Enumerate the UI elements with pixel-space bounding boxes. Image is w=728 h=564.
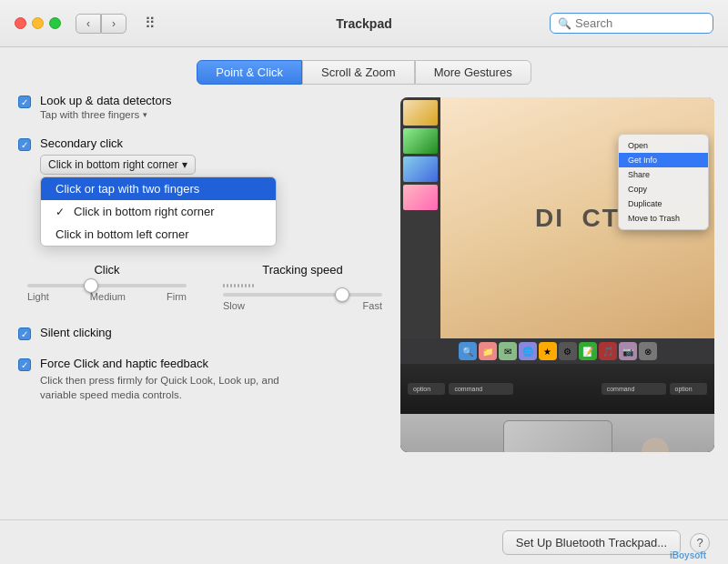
maximize-button[interactable] [49,17,61,29]
key-command-left: command [449,383,513,395]
force-click-labels: Force Click and haptic feedback Click th… [40,357,313,402]
screen-fruit: DI CT Open Get Info Share Copy Duplicate… [440,97,714,338]
chevron-down-icon: ▾ [143,110,147,119]
ctx-item-6: Move to Trash [619,211,708,226]
dock-icon-4: 🌐 [519,342,537,360]
secondary-click-section: ✓ Secondary click Click in bottom right … [18,136,382,247]
dock-icon-6: ⚙ [559,342,577,360]
force-click-label: Force Click and haptic feedback [40,357,313,370]
traffic-lights [15,17,61,29]
search-box[interactable]: 🔍 [550,13,713,34]
watermark: iBoysoft [670,550,706,560]
key-option-left: option [408,383,445,395]
laptop-image: DI CT Open Get Info Share Copy Duplicate… [400,97,714,452]
thumbnail-3 [403,156,438,182]
finger-hint [642,438,669,452]
left-panel: ✓ Look up & data detectors Tap with thre… [18,94,400,519]
screen-sidebar [400,97,440,338]
force-click-setting: ✓ Force Click and haptic feedback Click … [18,357,382,402]
search-icon: 🔍 [558,17,571,30]
lookup-sublabel: Tap with three fingers ▾ [40,109,172,120]
keyboard-area: option command command option [400,364,714,414]
ctx-item-1: Open [619,138,708,153]
dock-icon-3: ✉ [499,342,517,360]
nav-buttons: ‹ › [76,14,126,34]
footer: Set Up Bluetooth Trackpad... ? [0,519,728,564]
slider-dot [238,284,239,287]
ctx-item-4: Copy [619,182,708,196]
dock-icon-7: 📝 [579,342,597,360]
click-slider-thumb[interactable] [84,278,98,293]
slider-dot [230,284,232,287]
grid-button[interactable]: ⠿ [137,14,163,34]
tab-point-click[interactable]: Point & Click [197,60,302,85]
secondary-header: ✓ Secondary click [18,136,382,151]
force-click-checkbox[interactable]: ✓ [18,358,31,371]
dock-icon-5: ★ [539,342,557,360]
silent-clicking-label: Silent clicking [40,326,112,339]
screen-area: DI CT Open Get Info Share Copy Duplicate… [400,97,714,338]
back-button[interactable]: ‹ [76,14,101,34]
secondary-label: Secondary click [40,136,123,150]
ctx-item-3: Share [619,167,708,182]
bottom-settings: ✓ Silent clicking ✓ Force Click and hapt… [18,326,382,402]
dropdown-chevron-icon: ▾ [182,158,187,171]
dock-icon-8: 🎵 [599,342,617,360]
dropdown-item-bottom-right[interactable]: Click in bottom right corner [41,200,276,223]
search-input[interactable] [575,16,705,30]
titlebar: ‹ › ⠿ Trackpad 🔍 [0,0,728,47]
tab-scroll-zoom[interactable]: Scroll & Zoom [302,60,415,85]
minimize-button[interactable] [32,17,44,29]
context-menu: Open Get Info Share Copy Duplicate Move … [618,134,709,230]
dock-icon-10: ⊗ [639,342,657,360]
slider-dot [245,284,247,287]
lookup-setting: ✓ Look up & data detectors Tap with thre… [18,94,382,120]
tracking-slider-group: Tracking speed Slow Fast [223,263,382,311]
forward-button[interactable]: › [101,14,126,34]
force-click-sublabel: Click then press firmly for Quick Look, … [40,373,313,402]
click-slider-labels: Light Medium Firm [27,291,187,302]
secondary-dropdown-menu: Click or tap with two fingers Click in b… [40,176,277,247]
thumbnail-1 [403,100,438,126]
thumbnail-2 [403,128,438,154]
secondary-checkbox[interactable]: ✓ [18,138,31,151]
dock-icon-9: 📷 [619,342,637,360]
dropdown-item-bottom-left[interactable]: Click in bottom left corner [41,223,276,246]
thumbnail-4 [403,185,438,210]
silent-clicking-setting: ✓ Silent clicking [18,326,382,340]
ctx-item-2: Get Info [619,153,708,167]
screen-main: DI CT Open Get Info Share Copy Duplicate… [440,97,714,338]
sliders-section: Click Light Medium Firm Tracking speed [18,263,382,311]
tracking-slider-track[interactable] [223,293,382,297]
tracking-slider-thumb[interactable] [335,287,349,302]
key-option-right: option [670,383,707,395]
lookup-label: Look up & data detectors [40,94,172,107]
dock-icon-2: 📁 [479,342,497,360]
close-button[interactable] [15,17,26,29]
silent-clicking-checkbox[interactable]: ✓ [18,327,31,340]
right-panel: DI CT Open Get Info Share Copy Duplicate… [400,94,714,519]
slider-dot [241,284,243,287]
screen-dock: 🔍 📁 ✉ 🌐 ★ ⚙ 📝 🎵 📷 ⊗ [400,338,714,364]
tracking-slider-labels: Slow Fast [223,300,382,311]
lookup-checkbox[interactable]: ✓ [18,96,31,108]
click-slider-group: Click Light Medium Firm [27,263,187,311]
setup-bluetooth-button[interactable]: Set Up Bluetooth Trackpad... [502,530,681,555]
secondary-dropdown-trigger[interactable]: Click in bottom right corner ▾ [40,155,196,175]
dock-icon-1: 🔍 [459,342,477,360]
trackpad [503,420,612,452]
dropdown-item-two-fingers[interactable]: Click or tap with two fingers [41,177,276,200]
slider-dot [248,284,250,287]
lookup-labels: Look up & data detectors Tap with three … [40,94,172,120]
trackpad-area [400,414,714,452]
fruit-text: DI CT [535,204,620,233]
click-slider-track[interactable] [27,284,187,287]
slider-dot [234,284,236,287]
secondary-dropdown-wrapper: Click in bottom right corner ▾ Click or … [40,155,382,247]
tab-more-gestures[interactable]: More Gestures [415,60,531,85]
tabs-container: Point & Click Scroll & Zoom More Gesture… [0,47,728,94]
main-content: ✓ Look up & data detectors Tap with thre… [0,94,728,519]
click-slider-label: Click [27,263,187,277]
ctx-item-5: Duplicate [619,196,708,211]
window-title: Trackpad [336,16,391,31]
